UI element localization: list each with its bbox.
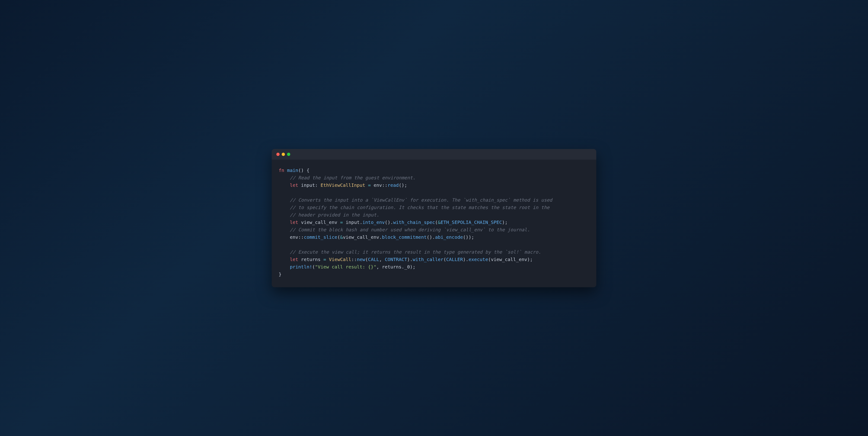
- type: ViewCall: [329, 257, 351, 262]
- blank-line: [279, 241, 589, 248]
- type: EthViewCallInput: [321, 182, 365, 188]
- code-line: env::commit_slice(&view_call_env.block_c…: [279, 233, 589, 241]
- macro: println!: [290, 264, 312, 270]
- code-line: println!("View call result: {}", returns…: [279, 263, 589, 270]
- close-icon[interactable]: [276, 153, 280, 156]
- comment: // Execute the view call; it returns the…: [279, 249, 541, 255]
- blank-line: [279, 189, 589, 196]
- code-line: // Execute the view call; it returns the…: [279, 248, 589, 256]
- code-line: let returns = ViewCall::new(CALL, CONTRA…: [279, 256, 589, 263]
- comment: // Converts the input into a `ViewCallEn…: [279, 197, 552, 203]
- code-line: // header provided in the input.: [279, 211, 589, 219]
- minimize-icon[interactable]: [282, 153, 285, 156]
- code-line: // Converts the input into a `ViewCallEn…: [279, 196, 589, 204]
- code-line: fn main() {: [279, 167, 589, 174]
- constant: CALL: [368, 257, 379, 262]
- code-line: // Commit the block hash and number used…: [279, 226, 589, 233]
- constant: ETH_SEPOLIA_CHAIN_SPEC: [440, 220, 502, 225]
- code-line: }: [279, 270, 589, 278]
- code-editor: fn main() { // Read the input from the g…: [272, 159, 596, 287]
- comment: // to specify the chain configuration. I…: [279, 205, 550, 210]
- code-line: // Read the input from the guest environ…: [279, 174, 589, 181]
- constant: CALLER: [446, 257, 463, 262]
- keyword-let: let: [290, 220, 298, 225]
- code-window: fn main() { // Read the input from the g…: [272, 149, 596, 287]
- comment: // header provided in the input.: [279, 212, 379, 217]
- window-titlebar: [272, 149, 596, 159]
- maximize-icon[interactable]: [287, 153, 290, 156]
- constant: CONTRACT: [385, 257, 407, 262]
- string-literal: "View call result: {}": [315, 264, 376, 270]
- keyword-let: let: [290, 257, 298, 262]
- fn-name: main: [287, 168, 298, 173]
- code-line: let view_call_env = input.into_env().wit…: [279, 219, 589, 226]
- comment: // Commit the block hash and number used…: [279, 227, 530, 233]
- keyword-let: let: [290, 182, 298, 188]
- comment: // Read the input from the guest environ…: [279, 175, 415, 180]
- code-line: // to specify the chain configuration. I…: [279, 204, 589, 211]
- keyword-fn: fn: [279, 168, 284, 173]
- code-line: let input: EthViewCallInput = env::read(…: [279, 181, 589, 189]
